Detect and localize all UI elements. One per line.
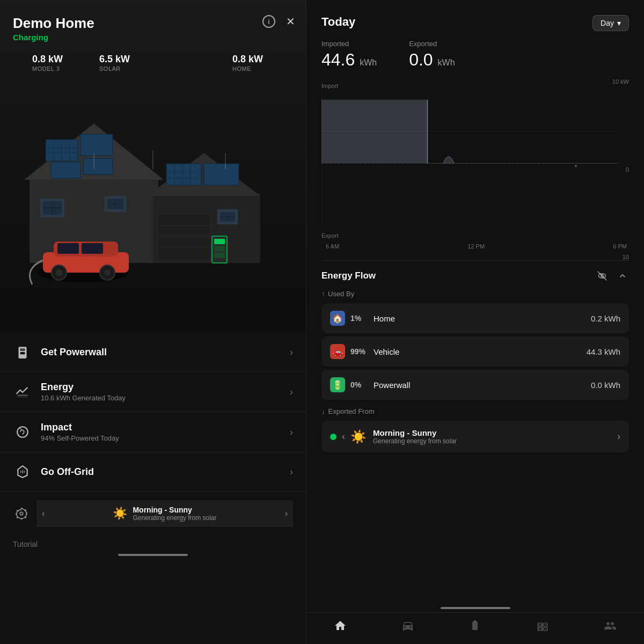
used-by-header: ↑ Used By xyxy=(321,290,629,298)
nav-solar-icon xyxy=(536,619,549,635)
nav-item-solar[interactable] xyxy=(536,619,549,635)
settings-row: ‹ ☀️ Morning - Sunny Generating energy f… xyxy=(0,492,306,536)
exported-number: 0.0 xyxy=(409,50,433,69)
menu-item-powerwall[interactable]: Get Powerwall › xyxy=(0,333,306,372)
charging-status: Charging xyxy=(13,33,293,42)
impact-menu-title: Impact xyxy=(41,422,290,433)
svg-rect-74 xyxy=(474,620,476,622)
weather-card-chevron-right[interactable]: › xyxy=(617,431,620,442)
right-scroll-indicator xyxy=(441,607,510,609)
weather-chevron-right[interactable]: › xyxy=(285,509,288,518)
weather-info: ☀️ Morning - Sunny Generating energy fro… xyxy=(113,506,216,522)
weather-card-text: Morning - Sunny Generating energy from s… xyxy=(373,428,457,445)
chevron-up-icon xyxy=(618,271,627,281)
svg-rect-4 xyxy=(80,134,113,156)
vehicle-row-name: Vehicle xyxy=(374,347,587,356)
day-selector[interactable]: Day ▾ xyxy=(592,15,629,31)
energy-menu-text: Energy 10.6 kWh Generated Today xyxy=(41,382,290,402)
collapse-icon[interactable] xyxy=(616,269,629,282)
settings-icon[interactable] xyxy=(13,505,30,522)
vehicle-row-value: 44.3 kWh xyxy=(587,347,620,356)
menu-item-offgrid[interactable]: Go Off-Grid › xyxy=(0,452,306,492)
powerwall-menu-title: Get Powerwall xyxy=(41,347,290,358)
energy-flow-title: Energy Flow xyxy=(321,270,376,281)
svg-rect-14 xyxy=(204,164,239,185)
svg-point-58 xyxy=(17,427,28,437)
energy-flow-controls xyxy=(596,269,629,282)
house-svg xyxy=(13,80,292,295)
svg-rect-54 xyxy=(20,352,25,354)
nav-item-profile[interactable] xyxy=(604,619,617,635)
energy-summary: Imported 44.6 kWh Exported 0.0 kWh xyxy=(306,40,644,78)
solar-nav-icon xyxy=(536,619,549,632)
battery-nav-icon xyxy=(469,619,481,632)
vehicle-row-percent: 99% xyxy=(350,347,369,356)
period-label: Today xyxy=(321,15,355,29)
close-icon[interactable]: ✕ xyxy=(286,16,295,27)
weather-text: Morning - Sunny Generating energy from s… xyxy=(133,506,216,522)
menu-section: Get Powerwall › Energy 10.6 kWh Generate… xyxy=(0,333,306,644)
exported-group: Exported 0.0 kWh xyxy=(409,40,455,70)
energy-flow-section: Energy Flow ↑ Use xyxy=(306,261,644,452)
home-row-value: 0.2 kWh xyxy=(591,314,620,323)
offgrid-chevron: › xyxy=(290,466,293,478)
svg-point-64 xyxy=(20,512,23,515)
exported-value: 0.0 kWh xyxy=(409,50,455,70)
energy-row-home: 🏠 1% Home 0.2 kWh xyxy=(321,303,629,333)
x-label-6am: 6 AM xyxy=(326,243,339,250)
flow-filter-icon[interactable] xyxy=(596,269,609,282)
weather-card-chevron-left[interactable]: ‹ xyxy=(342,431,345,442)
app-title: Demo Home xyxy=(13,15,293,32)
impact-icon-svg xyxy=(16,425,30,439)
info-icon[interactable]: i xyxy=(262,15,275,28)
svg-rect-13 xyxy=(166,164,201,185)
imported-group: Imported 44.6 kWh xyxy=(321,40,377,70)
left-header: Demo Home Charging i ✕ xyxy=(0,0,306,48)
impact-menu-icon xyxy=(13,422,32,442)
powerwall-row-icon: 🔋 xyxy=(330,377,345,392)
imported-unit: kWh xyxy=(360,58,377,67)
gear-icon xyxy=(16,508,27,519)
weather-card: ‹ ☀️ Morning - Sunny Generating energy f… xyxy=(321,421,629,452)
energy-icon-svg xyxy=(16,385,30,399)
svg-rect-48 xyxy=(214,253,225,258)
x-label-6pm: 6 PM xyxy=(613,243,627,250)
weather-card-title: Morning - Sunny xyxy=(373,428,457,437)
used-by-label: Used By xyxy=(328,290,354,298)
svg-rect-6 xyxy=(83,158,113,174)
left-panel: Demo Home Charging i ✕ 0.8 kW MODEL 3 6.… xyxy=(0,0,306,644)
menu-item-impact[interactable]: Impact 94% Self-Powered Today › xyxy=(0,412,306,452)
impact-chevron: › xyxy=(290,427,293,438)
nav-item-home[interactable] xyxy=(334,619,347,635)
menu-item-energy[interactable]: Energy 10.6 kWh Generated Today › xyxy=(0,372,306,412)
energy-row-powerwall: 🔋 0% Powerwall 0.0 kWh xyxy=(321,370,629,400)
nav-home-icon xyxy=(334,619,347,635)
nav-item-powerwall[interactable] xyxy=(469,619,481,635)
chart-y-zero: 0 xyxy=(626,166,629,173)
weather-subtitle: Generating energy from solar xyxy=(133,514,216,522)
tutorial-row: Tutorial xyxy=(0,536,306,551)
bottom-nav xyxy=(306,612,644,644)
svg-rect-28 xyxy=(157,214,211,262)
energy-menu-icon xyxy=(13,382,32,401)
right-spacer xyxy=(306,452,644,604)
svg-rect-55 xyxy=(21,349,25,350)
house-area: 0.8 kW MODEL 3 6.5 kW SOLAR 0.8 kW HOME … xyxy=(0,0,306,333)
weather-chevron-left[interactable]: ‹ xyxy=(42,509,45,518)
powerwall-icon-svg xyxy=(16,345,30,359)
offgrid-menu-title: Go Off-Grid xyxy=(41,466,290,478)
impact-menu-text: Impact 94% Self-Powered Today xyxy=(41,422,290,442)
svg-point-44 xyxy=(104,269,111,276)
sun-icon: ☀️ xyxy=(113,507,127,521)
offgrid-menu-icon xyxy=(13,462,32,481)
nav-item-vehicle[interactable] xyxy=(401,619,414,635)
left-scroll-indicator xyxy=(118,554,188,556)
chart-x-labels: 6 AM 12 PM 6 PM xyxy=(321,243,629,250)
exported-unit: kWh xyxy=(438,58,455,67)
svg-rect-39 xyxy=(57,243,79,254)
home-row-icon: 🏠 xyxy=(330,311,345,326)
energy-flow-header: Energy Flow xyxy=(321,269,629,282)
svg-rect-40 xyxy=(82,243,103,254)
svg-rect-47 xyxy=(214,246,225,251)
filter-icon-svg xyxy=(597,270,608,281)
